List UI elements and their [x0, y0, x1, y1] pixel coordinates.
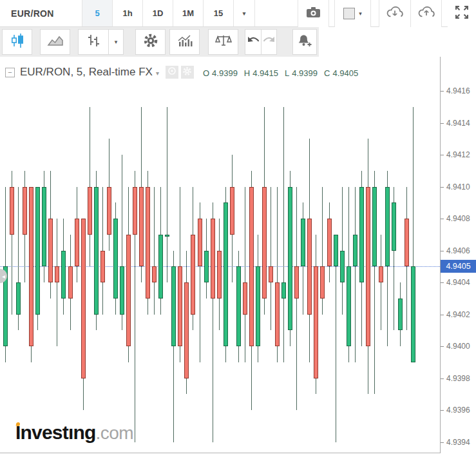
candle-up [94, 187, 99, 315]
candle-up [359, 187, 364, 283]
axis-tick [441, 378, 444, 379]
candle-up [347, 266, 351, 346]
timeframe-1h[interactable]: 1h [113, 0, 143, 26]
candle-up [398, 299, 403, 331]
redo-arrow-icon [263, 35, 276, 48]
redo-button[interactable] [261, 29, 277, 55]
price-axis[interactable]: 4.9405 4.94164.94144.94124.94104.94084.9… [440, 57, 476, 453]
indicators-icon [176, 34, 193, 50]
chart-plot[interactable] [0, 57, 440, 453]
chart-region: 4.9405 4.94164.94144.94124.94104.94084.9… [0, 57, 476, 453]
investing-logo[interactable]: Investıng.com [15, 422, 133, 444]
theme-swatch-icon [343, 8, 355, 19]
axis-tick-label: 4.9416 [446, 86, 470, 95]
candle-up [340, 251, 345, 283]
chart-toolbar: ▾ [0, 27, 476, 57]
candle-down [191, 235, 195, 315]
symbol-button[interactable]: EUR/RON [0, 0, 82, 26]
candle-up [353, 235, 357, 267]
area-style-button[interactable] [40, 29, 70, 55]
candle-wick [283, 107, 284, 362]
axis-tick-label: 4.9406 [446, 246, 470, 255]
axis-tick [441, 91, 444, 92]
symbol-label: EUR/RON [11, 8, 54, 19]
bars-style-button[interactable] [78, 29, 108, 55]
topbar-right-group: ▾ [298, 0, 476, 27]
timeframe-1d[interactable]: 1D [143, 0, 173, 26]
axis-tick [441, 442, 444, 443]
axis-tick-label: 4.9414 [446, 119, 470, 128]
candle-wick [154, 187, 155, 315]
timeframe-1m[interactable]: 1M [173, 0, 204, 26]
camera-icon [306, 6, 321, 21]
style-dropdown-button[interactable]: ▾ [108, 29, 124, 55]
area-chart-icon [47, 34, 64, 50]
axis-tick [441, 123, 444, 124]
compare-button[interactable] [208, 29, 238, 55]
axis-tick [441, 346, 444, 347]
candlestick-style-button[interactable] [2, 29, 32, 55]
candle-wick [271, 187, 271, 331]
axis-tick-label: 4.9400 [446, 342, 470, 351]
legend-settings-button[interactable] [181, 66, 194, 79]
undo-button[interactable] [245, 29, 261, 55]
candle-down [327, 219, 332, 266]
fullscreen-button[interactable] [448, 0, 476, 27]
indicators-button[interactable] [169, 29, 200, 55]
current-price-badge: 4.9405 [441, 260, 476, 273]
gear-icon [143, 33, 158, 51]
candle-down [320, 266, 325, 299]
candle-wick [355, 187, 356, 362]
save-layout-button[interactable] [410, 0, 442, 27]
axis-tick-label: 4.9410 [446, 182, 470, 191]
timeframe-dropdown-button[interactable]: ▾ [234, 0, 255, 26]
candle-wick [245, 187, 245, 362]
candle-wick [57, 219, 57, 346]
chart-legend: − EUR/RON, 5, Real-time FX ▾ O4.9399 H4.… [5, 66, 365, 79]
candle-down [269, 266, 273, 282]
legend-title[interactable]: EUR/RON, 5, Real-time FX [20, 66, 153, 79]
axis-tick-label: 4.9396 [446, 406, 470, 415]
axis-tick [441, 155, 444, 155]
candle-up [171, 266, 176, 346]
candle-up [42, 187, 46, 267]
bell-plus-icon [297, 34, 312, 50]
chevron-down-icon: ▾ [115, 39, 118, 45]
candle-down [55, 266, 59, 282]
candle-up [301, 219, 305, 266]
theme-selector-button[interactable]: ▾ [334, 0, 371, 27]
candle-down [307, 219, 312, 315]
cloud-download-icon [385, 5, 405, 22]
axis-tick [441, 251, 444, 251]
axis-tick-label: 4.9398 [446, 374, 470, 383]
load-layout-button[interactable] [379, 0, 410, 27]
timeframe-5[interactable]: 5 [82, 0, 113, 26]
settings-button[interactable] [135, 29, 166, 55]
candle-down [294, 266, 299, 299]
candle-up [372, 187, 377, 267]
low-label: L [285, 68, 289, 78]
legend-visibility-button[interactable] [166, 66, 178, 79]
candle-up [411, 266, 415, 362]
add-alert-button[interactable] [292, 29, 317, 55]
top-toolbar: EUR/RON 5 1h 1D 1M 15 ▾ ▾ [0, 0, 476, 27]
candle-down [262, 187, 267, 299]
candle-down [379, 266, 383, 282]
timeframe-15[interactable]: 15 [204, 0, 234, 26]
candle-down [211, 219, 215, 299]
candle-down [178, 266, 182, 346]
circle-dot-icon [167, 66, 176, 78]
high-label: H [244, 68, 250, 78]
candle-up [334, 235, 338, 267]
chart-tool-group: ▾ [0, 27, 319, 57]
axis-tick [441, 410, 444, 411]
candle-up [204, 251, 209, 283]
axis-tick [441, 282, 444, 283]
candle-down [68, 266, 73, 299]
minus-icon: − [8, 68, 12, 76]
axis-tick [441, 315, 444, 315]
snapshot-button[interactable] [298, 0, 329, 27]
legend-collapse-button[interactable]: − [5, 68, 15, 77]
candle-down [75, 219, 79, 266]
candle-up [158, 235, 163, 299]
